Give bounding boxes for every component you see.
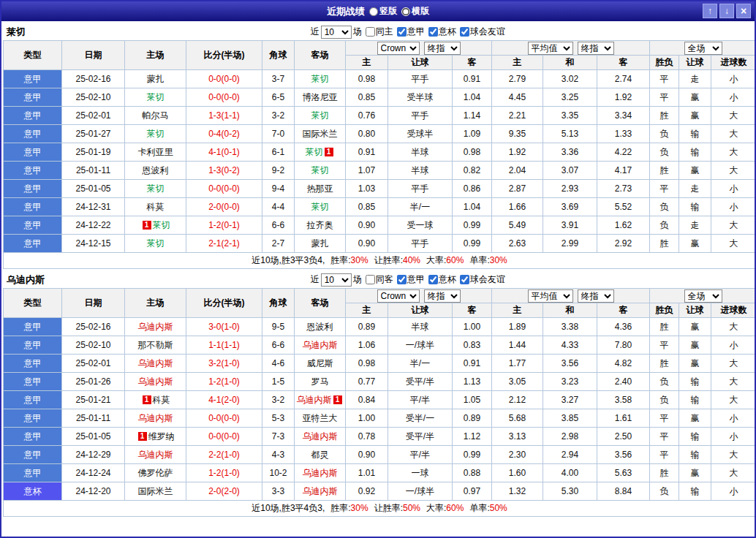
avg-draw-odds-cell: 3.38 [543,318,597,336]
outcome-cell: 平 [650,336,679,355]
avg-home-odds-cell: 2.12 [492,391,543,409]
filter-checkbox[interactable] [366,27,375,37]
odds-final-select[interactable]: 终指 [424,289,461,303]
avg-draw-odds-cell: 3.27 [543,391,597,409]
close-button[interactable]: × [736,4,751,18]
goals-result-cell: 小 [711,409,756,428]
date-cell: 25-02-16 [62,70,125,88]
filter-option[interactable]: 同客 [366,273,393,286]
team-name-text: 帕尔马 [143,110,169,121]
team-name-text: 乌迪内斯 [303,340,338,350]
away-team-cell: 乌迪内斯 [295,336,346,355]
view-mode-horizontal[interactable]: 横版 [401,5,429,18]
handicap-home-odds-cell: 0.91 [346,143,388,162]
column-header: 类型 [4,41,62,70]
handicap-away-odds-cell: 0.99 [453,235,492,253]
filter-label: 球会友谊 [470,26,505,38]
date-cell: 25-01-05 [62,428,125,446]
score-cell: 1-2(1-0) [186,464,262,482]
filter-option[interactable]: 同主 [366,26,393,38]
filter-option[interactable]: 意甲 [397,26,425,38]
team-name-text: 乌迪内斯 [138,450,173,460]
results-table: 类型日期主场比分(半场)角球客场Crown终指平均值终指全场主让球客主和客胜负让… [3,288,756,501]
filter-option[interactable]: 球会友谊 [460,273,505,286]
section-header: 乌迪内斯近10场同客意甲意杯球会友谊 [3,271,753,288]
avg-away-odds-cell: 4.22 [597,143,650,162]
avg-final-select[interactable]: 终指 [578,42,614,55]
sub-column-header: 主 [492,303,543,318]
away-team-cell: 博洛尼亚 [295,88,346,107]
filter-option[interactable]: 意甲 [397,273,425,286]
avg-final-select[interactable]: 终指 [578,289,614,303]
sub-column-header: 客 [453,303,492,318]
filter-checkbox[interactable] [428,275,438,284]
team-name-text: 莱切 [153,220,170,230]
filter-checkbox[interactable] [397,275,407,284]
table-row: 意甲25-01-19卡利亚里4-1(0-1)6-1莱切10.91半球0.981.… [4,143,756,162]
handicap-away-odds-cell: 0.83 [453,336,492,355]
view-mode-vertical[interactable]: 竖版 [369,5,397,18]
sub-column-header: 客 [453,56,492,70]
outcome-cell: 负 [650,391,679,409]
handicap-away-odds-cell: 0.99 [453,216,492,235]
handicap-result-cell: 赢 [679,409,711,428]
bookmaker-select[interactable]: Crown [377,42,420,55]
odds-final-select[interactable]: 终指 [424,42,461,55]
summary-stat-value: 30% [351,503,368,513]
fulltime-select[interactable]: 全场 [684,289,722,303]
handicap-result-cell: 输 [679,446,711,464]
filter-checkbox[interactable] [397,27,407,37]
handicap-away-odds-cell: 1.05 [453,391,492,409]
filter-checkbox[interactable] [460,275,469,284]
avg-away-odds-cell: 3.58 [597,391,650,409]
league-cell: 意甲 [4,70,62,88]
horizontal-radio-input[interactable] [401,7,410,16]
filter-option[interactable]: 球会友谊 [460,26,505,38]
handicap-line-cell: 受平/半 [388,428,453,446]
date-cell: 24-12-20 [62,482,125,501]
outcome-cell: 胜 [650,235,679,253]
table-row: 意杯24-12-20国际米兰2-0(2-0)3-3乌迪内斯0.92一/球半0.9… [4,482,756,501]
handicap-away-odds-cell: 0.91 [453,70,492,88]
team-section: 莱切近10场同主意甲意杯球会友谊类型日期主场比分(半场)角球客场Crown终指平… [3,23,753,269]
filter-checkbox[interactable] [428,27,438,37]
average-select[interactable]: 平均值 [528,42,573,55]
avg-home-odds-cell: 1.77 [492,355,543,373]
match-count-select[interactable]: 10 [321,273,352,287]
fulltime-select[interactable]: 全场 [684,42,722,55]
match-count-select[interactable]: 10 [321,26,352,39]
move-up-button[interactable]: ↑ [703,4,717,18]
avg-group-header: 平均值终指 [492,41,650,56]
score-cell: 1-2(1-0) [186,373,262,391]
avg-away-odds-cell: 3.56 [597,446,650,464]
goals-result-cell: 小 [711,482,756,501]
titlebar-buttons: ↑ ↓ × [703,4,751,18]
filter-label: 同主 [376,26,393,38]
bookmaker-select[interactable]: Crown [377,289,420,303]
table-row: 意甲25-01-11恩波利1-3(0-2)9-2莱切1.07半球0.822.04… [4,162,756,180]
goals-result-cell: 大 [711,373,756,391]
team-name-text: 恩波利 [307,322,333,332]
summary-stat-value: 30% [351,255,368,265]
goals-result-cell: 小 [711,180,756,198]
games-unit-label: 场 [353,273,362,286]
team-name-text: 维罗纳 [148,431,175,442]
summary-row: 近10场,胜3平4负3,胜率:30%让胜率:50%大率:60%单率:50% [3,501,756,517]
filter-checkbox[interactable] [366,275,375,284]
vertical-radio-input[interactable] [369,7,378,16]
filter-option[interactable]: 意杯 [428,273,456,286]
summary-row: 近10场,胜3平3负4,胜率:30%让胜率:40%大率:60%单率:30% [3,253,756,269]
away-team-cell: 莱切1 [295,143,346,162]
summary-stat-label: 单率: [469,503,489,513]
filter-option[interactable]: 意杯 [428,26,456,38]
sub-column-header: 让球 [679,56,711,70]
team-section: 乌迪内斯近10场同客意甲意杯球会友谊类型日期主场比分(半场)角球客场Crown终… [3,271,753,517]
away-team-cell: 乌迪内斯 [295,428,346,446]
move-down-button[interactable]: ↓ [719,4,734,18]
team-name-text: 乌迪内斯 [297,395,332,405]
home-team-cell: 国际米兰 [125,482,186,501]
section-header: 莱切近10场同主意甲意杯球会友谊 [3,23,753,40]
average-select[interactable]: 平均值 [528,289,573,303]
filter-bar: 近10场同主意甲意杯球会友谊 [311,26,505,39]
filter-checkbox[interactable] [460,27,469,37]
